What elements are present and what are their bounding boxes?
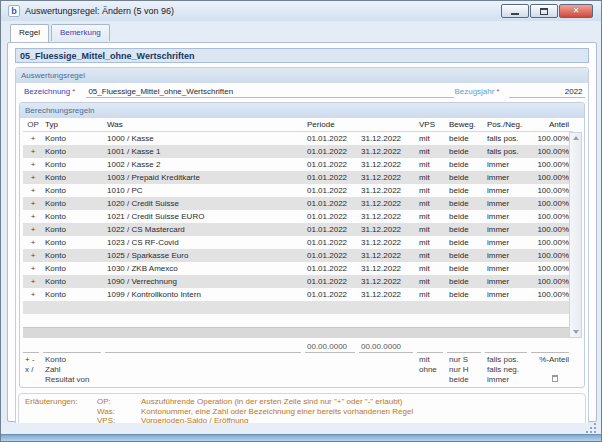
maximize-button[interactable] — [530, 4, 558, 18]
title-bar: b Auswertungsregel: Ändern (5 von 96) ✕ — [1, 1, 601, 21]
resize-grip-icon[interactable] — [586, 423, 597, 434]
minimize-button[interactable] — [501, 4, 529, 18]
table-row[interactable]: +Konto1020 / Credit Suisse01.01.202231.1… — [23, 197, 573, 210]
table-row[interactable]: +Konto1010 / PC01.01.202231.12.2022mitbe… — [23, 184, 573, 197]
table-cell-typ: Konto — [43, 145, 105, 158]
table-row[interactable]: +Konto1025 / Sparkasse Euro01.01.202231.… — [23, 249, 573, 262]
entry-row: 00.00.0000 00.00.0000 — [23, 341, 582, 354]
table-cell-posneg: immer — [485, 236, 531, 249]
entry-vps-field[interactable] — [417, 341, 443, 353]
legend-zahl: Zahl — [43, 365, 305, 375]
window-frame-bottom — [1, 434, 601, 441]
entry-beweg-field[interactable] — [447, 341, 481, 353]
table-cell-von: 01.01.2022 — [305, 288, 359, 301]
table-cell-was: 1030 / ZKB Amexco — [105, 262, 305, 275]
entry-von-field[interactable]: 00.00.0000 — [305, 341, 355, 353]
table-cell-posneg: immer — [485, 210, 531, 223]
tab-regel[interactable]: Regel — [10, 24, 49, 42]
table-cell-bis: 31.12.2022 — [359, 236, 417, 249]
table-row[interactable]: +Konto1099 / Kontrollkonto Intern01.01.2… — [23, 288, 573, 301]
table-cell-posneg: falls pos. — [485, 132, 531, 145]
table-cell-von: 01.01.2022 — [305, 210, 359, 223]
table-cell-vps: mit — [417, 249, 447, 262]
scroll-down-icon[interactable] — [573, 330, 579, 334]
table-cell-anteil: 100.00% — [531, 145, 573, 158]
scroll-up-icon[interactable] — [573, 136, 579, 140]
bezeichnung-required-marker: * — [72, 87, 75, 96]
column-header-typ: Typ — [43, 118, 105, 131]
table-row[interactable]: +Konto1030 / ZKB Amexco01.01.202231.12.2… — [23, 262, 573, 275]
table-row[interactable]: +Konto1021 / Credit Suisse EURO01.01.202… — [23, 210, 573, 223]
legend-vps-ohne: ohne — [417, 365, 447, 375]
tab-bemerkung[interactable]: Bemerkung — [51, 24, 110, 41]
legend-anteil: %-Anteil — [531, 355, 573, 365]
entry-typ-field[interactable] — [43, 341, 101, 353]
table-cell-anteil: 100.00% — [531, 171, 573, 184]
entry-op-field[interactable] — [23, 341, 39, 353]
table-row[interactable]: +Konto1002 / Kasse 201.01.202231.12.2022… — [23, 158, 573, 171]
table-cell-bis: 31.12.2022 — [359, 132, 417, 145]
table-cell-typ: Konto — [43, 249, 105, 262]
table-cell-vps: mit — [417, 262, 447, 275]
table-cell-op: + — [23, 145, 43, 158]
bezeichnung-input[interactable]: 05_Fluessige_Mittel_ohne_Wertschriften — [86, 86, 454, 98]
group-berechnungsregeln: Berechnungsregeln OP Typ Was Periode VPS… — [19, 102, 585, 388]
table-cell-vps: mit — [417, 236, 447, 249]
table-row-empty — [23, 314, 573, 327]
table-cell-posneg: immer — [485, 262, 531, 275]
table-row[interactable]: +Konto1003 / Prepaid Kreditkarte01.01.20… — [23, 171, 573, 184]
table-cell-op: + — [23, 223, 43, 236]
table-body: +Konto1000 / Kasse01.01.202231.12.2022mi… — [23, 132, 573, 327]
table-cell-von: 01.01.2022 — [305, 158, 359, 171]
table-cell-posneg: immer — [485, 184, 531, 197]
delete-icon — [552, 375, 558, 382]
entry-was-field[interactable] — [105, 341, 301, 353]
legend-op-symbols — [23, 375, 43, 385]
table-cell-typ: Konto — [43, 210, 105, 223]
erlaeuterung-key-was: Was: — [97, 407, 141, 417]
erlaeuterungen-label: Erläuterungen: — [25, 397, 97, 407]
table-cell-posneg: immer — [485, 249, 531, 262]
entry-anteil-field[interactable] — [531, 341, 569, 353]
erlaeuterung-text-op: Auszuführende Operation (in der ersten Z… — [141, 397, 579, 407]
table-cell-was: 1003 / Prepaid Kreditkarte — [105, 171, 305, 184]
table-cell-op: + — [23, 132, 43, 145]
table-row[interactable]: +Konto1023 / CS RF-Covid01.01.202231.12.… — [23, 236, 573, 249]
table-cell-bis: 31.12.2022 — [359, 145, 417, 158]
table-cell-von: 01.01.2022 — [305, 262, 359, 275]
table-cell-typ: Konto — [43, 236, 105, 249]
table-header-row: OP Typ Was Periode VPS Beweg. Pos./Neg. … — [23, 118, 573, 132]
table-cell-anteil: 100.00% — [531, 236, 573, 249]
table-cell-was: 1001 / Kasse 1 — [105, 145, 305, 158]
table-row[interactable]: +Konto1000 / Kasse01.01.202231.12.2022mi… — [23, 132, 573, 145]
horizontal-scrollbar[interactable] — [23, 327, 569, 338]
table-cell-beweg: beide — [447, 132, 485, 145]
table-cell-typ: Konto — [43, 288, 105, 301]
table-cell-anteil: 100.00% — [531, 158, 573, 171]
table-cell-anteil: 100.00% — [531, 132, 573, 145]
table-row[interactable]: +Konto1090 / Verrechnung01.01.202231.12.… — [23, 275, 573, 288]
table-cell-bis: 31.12.2022 — [359, 288, 417, 301]
group-auswertungsregel: Auswertungsregel Bezeichnung * 05_Fluess… — [15, 67, 589, 435]
column-header-op: OP — [23, 118, 43, 131]
legend-op-symbols: + - — [23, 355, 43, 365]
table-cell-anteil: 100.00% — [531, 197, 573, 210]
vertical-scrollbar[interactable] — [569, 132, 582, 338]
entry-posneg-field[interactable] — [485, 341, 527, 353]
table-cell-bis: 31.12.2022 — [359, 171, 417, 184]
legend-resultat-von: Resultat von — [43, 375, 305, 385]
entry-bis-field[interactable]: 00.00.0000 — [359, 341, 413, 353]
close-button[interactable]: ✕ — [559, 4, 593, 18]
table-cell-von: 01.01.2022 — [305, 236, 359, 249]
table-cell-was: 1023 / CS RF-Covid — [105, 236, 305, 249]
table-row[interactable]: +Konto1022 / CS Mastercard01.01.202231.1… — [23, 223, 573, 236]
table-cell-vps: mit — [417, 184, 447, 197]
column-header-anteil: Anteil — [531, 118, 573, 131]
table-cell-von: 01.01.2022 — [305, 145, 359, 158]
legend-anteil-2 — [531, 365, 573, 375]
table-cell-op: + — [23, 236, 43, 249]
table-cell-was: 1020 / Credit Suisse — [105, 197, 305, 210]
table-row[interactable]: +Konto1001 / Kasse 101.01.202231.12.2022… — [23, 145, 573, 158]
column-header-posneg: Pos./Neg. — [485, 118, 531, 131]
bezugsjahr-input[interactable]: 2022 — [509, 86, 585, 98]
